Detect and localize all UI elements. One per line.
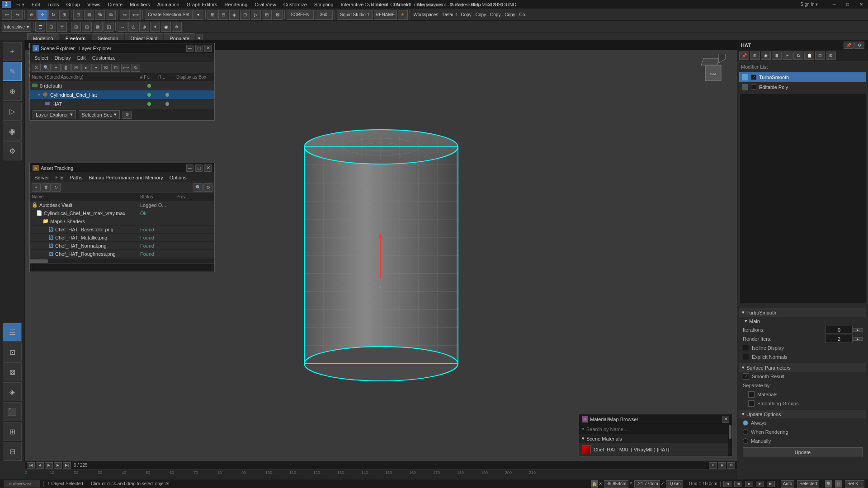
when-rendering-radio[interactable] xyxy=(743,429,748,435)
coord-x-value[interactable]: 39,854cm xyxy=(604,480,628,488)
percent-snap-btn[interactable]: % xyxy=(95,10,105,20)
scene-explorer-maximize-btn[interactable]: □ xyxy=(195,45,203,52)
snap-btn[interactable]: ⊡ xyxy=(73,10,83,20)
status-end-btn[interactable]: ▶| xyxy=(767,481,775,487)
stats-btn[interactable]: ✦ xyxy=(150,22,160,32)
at-settings-btn[interactable]: ⚙ xyxy=(203,183,212,192)
editablepoly-eye-icon[interactable] xyxy=(751,84,756,90)
status-selected-dropdown[interactable]: Selected xyxy=(797,480,819,488)
se-menu-customize[interactable]: Customize xyxy=(90,53,118,62)
timeline-track[interactable]: 0 10 20 30 40 50 60 70 80 90 100 110 120… xyxy=(25,469,737,479)
at-menu-paths[interactable]: Paths xyxy=(67,173,85,182)
render-iters-value[interactable]: 2 xyxy=(826,335,853,343)
at-delete-btn[interactable]: 🗑 xyxy=(42,183,51,192)
se-row-hat[interactable]: HAT xyxy=(30,99,214,108)
at-row-vault[interactable]: 🔒 Autodesk Vault Logged O... xyxy=(30,201,214,209)
mb-mat-row-1[interactable]: Chef_HAT_MAT ( VRayMtl ) [HAT] xyxy=(579,443,732,456)
menu-modifiers[interactable]: Modifiers xyxy=(126,0,154,9)
asset-tracking-minimize-btn[interactable]: ─ xyxy=(186,164,193,172)
view-layout2-btn[interactable]: ⊟ xyxy=(82,22,92,32)
tl-key-mode-btn[interactable]: K xyxy=(709,462,717,469)
create-selection-set-btn[interactable]: Create Selection Set xyxy=(145,10,193,20)
mod-paste-btn[interactable]: 📋 xyxy=(804,52,814,60)
always-radio[interactable] xyxy=(743,420,748,426)
display-panel-btn[interactable]: ◉ xyxy=(3,122,22,141)
se-footer-settings-btn[interactable]: ⚙ xyxy=(123,111,132,119)
mirror-btn[interactable]: ⇔ xyxy=(120,10,130,20)
color-clip-btn[interactable]: ⬛ xyxy=(3,402,22,421)
menu-edit[interactable]: Edit xyxy=(28,0,44,9)
render-btn[interactable]: ▷ xyxy=(251,10,261,20)
schematic-btn[interactable]: ⊟ xyxy=(218,10,228,20)
iterations-spinner-up[interactable]: ▲ xyxy=(853,328,863,332)
view-layout-btn[interactable]: ⊞ xyxy=(71,22,81,32)
at-row-normal[interactable]: 🖼 Chef_HAT_Normal.png Found xyxy=(30,242,214,250)
at-row-maxfile[interactable]: 📄 Cylindrical_Chef_Hat_max_vray.max Ok xyxy=(30,209,214,217)
at-menu-bitmap[interactable]: Bitmap Performance and Memory xyxy=(86,173,165,182)
coord-y-value[interactable]: -21,774cm xyxy=(634,480,660,488)
lock-icon[interactable]: 🔒 xyxy=(591,480,598,488)
render-debug-btn[interactable]: ⊟ xyxy=(3,442,22,461)
se-chef-vis-dot[interactable] xyxy=(147,93,151,97)
menu-interactive[interactable]: Interactive xyxy=(337,0,368,9)
menu-tools[interactable]: Tools xyxy=(44,0,63,9)
undo-btn[interactable]: ↩ xyxy=(2,10,12,20)
at-scrollbar[interactable] xyxy=(30,258,214,263)
at-row-basecolor[interactable]: 🖼 Chef_HAT_BaseColor.png Found xyxy=(30,225,214,234)
mb-scene-materials-header[interactable]: ▾ Scene Materials xyxy=(579,434,732,443)
rp-pin-btn[interactable]: 📌 xyxy=(844,42,854,49)
se-selection-set-dropdown[interactable]: Selection Set: ▾ xyxy=(79,110,120,119)
sel-region-btn[interactable]: ⊡ xyxy=(46,22,56,32)
smoothing-groups-checkbox[interactable] xyxy=(748,400,755,407)
turbosmooth-eye-icon[interactable]: ✓ xyxy=(751,75,756,80)
render-setup-btn[interactable]: ⊡ xyxy=(240,10,250,20)
smooth-result-checkbox[interactable]: ✓ xyxy=(743,373,749,380)
maximize-btn[interactable]: □ xyxy=(841,0,854,9)
explicit-normals-checkbox[interactable] xyxy=(743,354,749,360)
redo-btn[interactable]: ↪ xyxy=(13,10,23,20)
surface-params-header[interactable]: ▾ Surface Parameters xyxy=(739,363,866,372)
nav-cube[interactable]: HAT xyxy=(696,54,728,85)
at-path-input[interactable] xyxy=(32,265,212,271)
anim-layers-btn[interactable]: ⊞ xyxy=(3,422,22,441)
status-next-frame-btn[interactable]: ▶ xyxy=(756,481,764,487)
tl-prev-btn[interactable]: ◀ xyxy=(36,462,44,469)
restrict-btn[interactable]: ⊕ xyxy=(139,22,149,32)
se-row-default[interactable]: 0 (default) xyxy=(30,81,214,90)
tl-start-btn[interactable]: |◀ xyxy=(27,462,35,469)
se-collapse-btn[interactable]: ▾ xyxy=(91,64,100,72)
se-chef-r-dot[interactable] xyxy=(165,93,169,97)
se-row-chef-hat[interactable]: ▾ Cylindrical_Chef_Hat xyxy=(30,90,214,99)
scene-explorer-close-btn[interactable]: ✕ xyxy=(204,45,212,52)
at-row-roughness[interactable]: 🖼 Chef_HAT_Roughness.png Found xyxy=(30,250,214,258)
curve-editor-btn[interactable]: ⊞ xyxy=(208,10,217,20)
scene-explorer-btn[interactable]: ☰ xyxy=(3,323,22,342)
asset-tracking-titlebar[interactable]: A Asset Tracking ─ □ ✕ xyxy=(30,163,214,173)
tl-play-btn[interactable]: ▶ xyxy=(45,462,53,469)
status-play-btn[interactable]: |◀ xyxy=(723,481,731,487)
xform-btn[interactable]: ↔ xyxy=(118,22,127,32)
studio-btn[interactable]: Squid Studio 1 xyxy=(337,10,373,20)
manually-radio[interactable] xyxy=(743,438,748,444)
asset-tracking-maximize-btn[interactable]: □ xyxy=(195,164,203,172)
menu-rendering[interactable]: Rendering xyxy=(221,0,251,9)
rp-options-btn[interactable]: ⚙ xyxy=(854,42,864,49)
minimize-btn[interactable]: ─ xyxy=(827,0,841,9)
menu-scripting[interactable]: Scripting xyxy=(311,0,337,9)
se-hat-r-dot[interactable] xyxy=(165,102,169,106)
mod-paste-instance-btn[interactable]: ⊡ xyxy=(815,52,825,60)
iterations-value[interactable]: 0 xyxy=(826,326,853,334)
se-invert-btn[interactable]: ⟺ xyxy=(121,64,130,72)
se-search-btn[interactable]: 🔍 xyxy=(42,64,51,72)
se-close-btn[interactable]: ✕ xyxy=(32,64,41,72)
close-btn[interactable]: ✕ xyxy=(854,0,868,9)
se-sync-btn[interactable]: ↻ xyxy=(131,64,140,72)
mb-scrollbar[interactable] xyxy=(728,424,732,456)
se-menu-display[interactable]: Display xyxy=(52,53,74,62)
rename-btn[interactable]: RENAME xyxy=(374,10,397,20)
render-frame-btn[interactable]: ⊞ xyxy=(262,10,272,20)
status-filter-icon[interactable]: ⊡ xyxy=(835,480,842,488)
tl-next-btn[interactable]: ▶ xyxy=(54,462,62,469)
se-merge-btn[interactable]: ⊞ xyxy=(71,64,80,72)
material-map-btn[interactable]: ◈ xyxy=(3,382,22,401)
